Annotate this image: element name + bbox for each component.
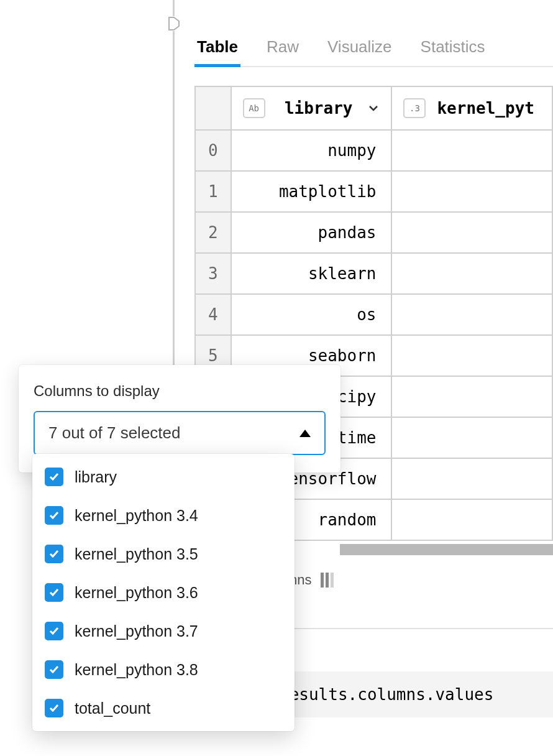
checkbox-label: kernel_python 3.4 [75,507,198,525]
checkbox-label: kernel_python 3.6 [75,584,198,602]
table-row[interactable]: 4os [195,294,552,335]
cell-library: numpy [231,130,392,171]
columns-icon [321,573,334,588]
index-header[interactable] [195,86,231,130]
checkbox-option[interactable]: library [45,468,282,486]
code-output: results.columns.values [267,671,553,717]
cell-kernel-python [391,171,552,212]
collapse-handle[interactable] [168,16,180,31]
index-cell: 2 [195,212,231,253]
checkbox-label: kernel_python 3.7 [75,622,198,640]
checkbox-icon [45,699,63,717]
type-badge-numeric: .3 [403,98,426,118]
cell-library: sklearn [231,253,392,294]
columns-dropdown: librarykernel_python 3.4kernel_python 3.… [32,454,295,731]
checkbox-option[interactable]: kernel_python 3.7 [45,622,282,640]
cell-kernel-python [391,253,552,294]
cell-kernel-python [391,417,552,458]
tab-statistics[interactable]: Statistics [418,30,488,66]
table-row[interactable]: 1matplotlib [195,171,552,212]
popup-title: Columns to display [34,382,326,400]
checkbox-icon [45,660,63,679]
columns-select[interactable]: 7 out of 7 selected [34,411,326,455]
select-value: 7 out of 7 selected [48,423,180,443]
cell-kernel-python [391,335,552,376]
checkbox-option[interactable]: kernel_python 3.6 [45,583,282,602]
table-row[interactable]: 0numpy [195,130,552,171]
tab-visualize[interactable]: Visualize [325,30,395,66]
tabs-row: Table Raw Visualize Statistics [194,30,553,67]
checkbox-icon [45,468,63,486]
cell-kernel-python [391,130,552,171]
cell-kernel-python [391,376,552,417]
checkbox-icon [45,506,63,525]
cell-kernel-python [391,294,552,335]
triangle-up-icon [299,430,311,437]
index-cell: 0 [195,130,231,171]
table-row[interactable]: 3sklearn [195,253,552,294]
cell-library: pandas [231,212,392,253]
checkbox-option[interactable]: kernel_python 3.8 [45,660,282,679]
checkbox-icon [45,622,63,640]
column-header-kernel-python[interactable]: .3 kernel_pyt [391,86,552,130]
horizontal-scrollbar[interactable] [340,544,553,555]
column-name: library [274,99,359,118]
table-row[interactable]: 2pandas [195,212,552,253]
checkbox-label: total_count [75,699,150,717]
column-name: kernel_pyt [434,99,541,118]
checkbox-label: kernel_python 3.8 [75,661,198,679]
cell-kernel-python [391,212,552,253]
cell-kernel-python [391,458,552,499]
cell-library: os [231,294,392,335]
checkbox-option[interactable]: kernel_python 3.4 [45,506,282,525]
column-header-library[interactable]: Ab library [231,86,392,130]
checkbox-option[interactable]: kernel_python 3.5 [45,545,282,563]
checkbox-option[interactable]: total_count [45,699,282,717]
checkbox-label: library [75,468,117,486]
cell-kernel-python [391,499,552,540]
checkbox-icon [45,583,63,602]
index-cell: 4 [195,294,231,335]
chevron-down-icon[interactable] [367,102,380,114]
index-cell: 3 [195,253,231,294]
type-badge-text: Ab [243,98,265,118]
cell-library: matplotlib [231,171,392,212]
index-cell: 1 [195,171,231,212]
checkbox-icon [45,545,63,563]
tab-table[interactable]: Table [194,30,240,66]
checkbox-label: kernel_python 3.5 [75,545,198,563]
tab-raw[interactable]: Raw [264,30,301,66]
